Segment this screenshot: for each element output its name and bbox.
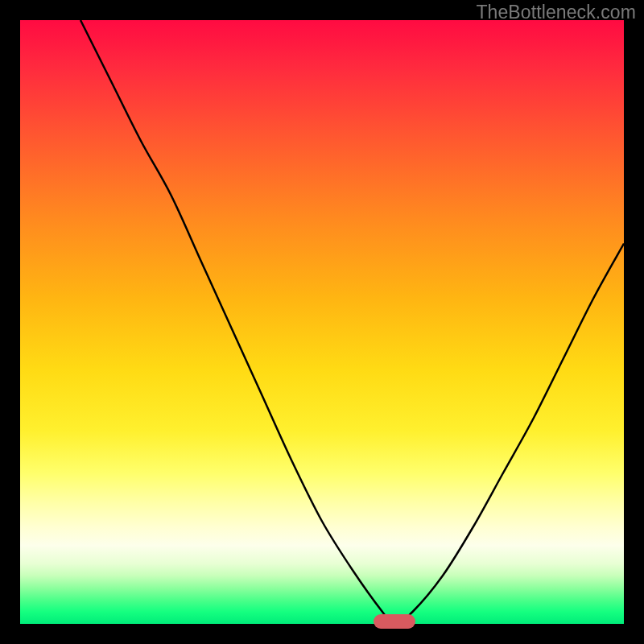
bottleneck-curve <box>20 20 624 624</box>
watermark-text: TheBottleneck.com <box>476 2 636 23</box>
plot-area <box>20 20 624 624</box>
chart-frame: TheBottleneck.com <box>0 0 644 644</box>
optimum-marker <box>374 614 416 629</box>
